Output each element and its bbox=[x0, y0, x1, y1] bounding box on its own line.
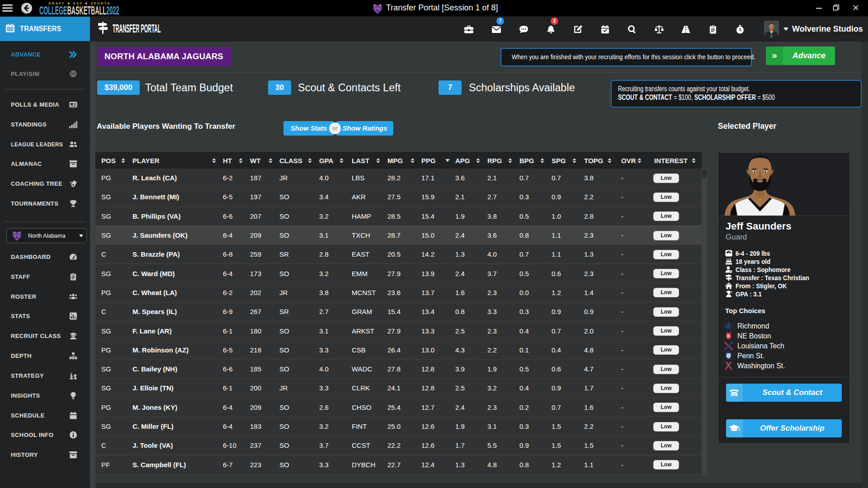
svg-text:B: B bbox=[727, 333, 730, 338]
